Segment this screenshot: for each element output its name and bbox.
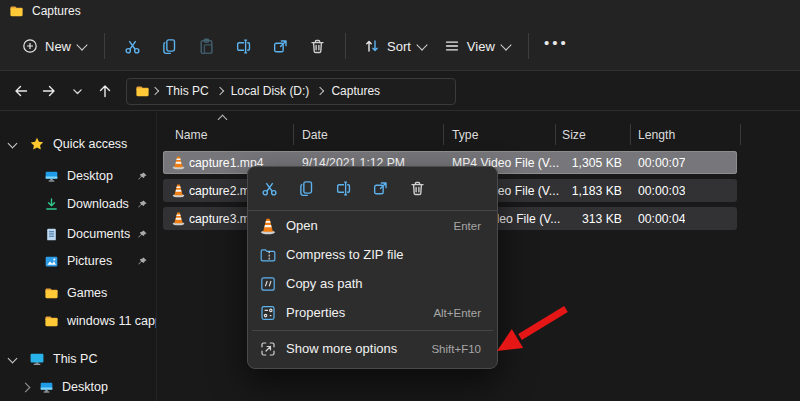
title-bar: Captures [0, 0, 800, 22]
menu-item-compress-to-zip[interactable]: Compress to ZIP file [251, 240, 494, 269]
delete-button[interactable] [299, 29, 336, 63]
context-menu-quick-actions [248, 167, 497, 210]
sidebar-item-this-pc[interactable]: This PC [0, 346, 157, 372]
chevron-down-icon [71, 85, 84, 98]
sidebar-item-label: Games [67, 286, 107, 300]
menu-item-copy-as-path[interactable]: Copy as path [251, 269, 494, 298]
menu-item-properties[interactable]: Properties Alt+Enter [251, 298, 494, 327]
address-bar: This PC Local Disk (D:) Captures [0, 72, 800, 111]
sidebar-item-label: Pictures [67, 254, 112, 268]
column-separator[interactable] [293, 124, 294, 145]
sidebar-item-downloads[interactable]: Downloads [0, 191, 157, 217]
sidebar-item-pictures[interactable]: Pictures [0, 248, 157, 274]
breadcrumb-captures[interactable]: Captures [325, 84, 386, 98]
new-button-label: New [45, 39, 71, 54]
properties-icon [259, 304, 277, 322]
menu-item-open[interactable]: Open Enter [251, 211, 494, 240]
pin-icon [137, 229, 148, 240]
more-options-button[interactable]: ••• [538, 29, 575, 63]
sidebar-item-windows-11-captures[interactable]: windows 11 capptu [0, 308, 157, 334]
menu-item-label: Properties [286, 305, 345, 320]
column-separator[interactable] [443, 124, 444, 145]
forward-button[interactable] [35, 77, 63, 105]
copy-path-icon [259, 275, 277, 293]
toolbar-separator [528, 33, 529, 59]
recent-locations-button[interactable] [63, 77, 91, 105]
navigation-pane: Quick access Desktop Downloads Documents… [0, 112, 157, 401]
view-button[interactable]: View [435, 29, 519, 63]
file-size: 1,305 KB [493, 151, 622, 174]
column-header-date[interactable]: Date [302, 122, 328, 148]
paste-button[interactable] [188, 29, 225, 63]
monitor-icon [29, 351, 45, 367]
menu-item-shortcut: Shift+F10 [431, 343, 481, 355]
copy-icon [161, 38, 178, 55]
sidebar-item-games[interactable]: Games [0, 280, 157, 306]
delete-button[interactable] [404, 176, 430, 202]
menu-item-show-more-options[interactable]: Show more options Shift+F10 [251, 334, 494, 363]
address-box[interactable]: This PC Local Disk (D:) Captures [126, 78, 456, 105]
sidebar-item-label: Desktop [62, 380, 108, 394]
arrow-left-icon [13, 83, 29, 99]
file-length: 00:00:03 [638, 179, 685, 202]
sidebar-item-quick-access[interactable]: Quick access [0, 131, 157, 157]
rename-button[interactable] [330, 176, 356, 202]
sidebar-item-desktop[interactable]: Desktop [0, 163, 157, 189]
file-length: 00:00:04 [638, 207, 685, 230]
download-arrow-icon [44, 197, 59, 212]
star-icon [29, 136, 45, 152]
sidebar-item-label: Desktop [67, 169, 113, 183]
menu-item-shortcut: Alt+Enter [433, 307, 481, 319]
column-separator[interactable] [740, 124, 741, 145]
arrow-up-icon [97, 83, 113, 99]
sidebar-item-documents[interactable]: Documents [0, 221, 157, 247]
vlc-cone-icon [171, 155, 186, 170]
column-separator[interactable] [555, 124, 556, 145]
context-menu: Open Enter Compress to ZIP file Copy as … [247, 166, 498, 369]
toolbar-separator [104, 33, 105, 59]
chevron-down-icon [500, 39, 511, 50]
share-button[interactable] [367, 176, 393, 202]
column-header-type[interactable]: Type [452, 122, 478, 148]
breadcrumb-chevron-icon [316, 87, 324, 95]
menu-item-shortcut: Enter [454, 220, 482, 232]
sidebar-item-label: Quick access [53, 137, 127, 151]
folder-icon [44, 286, 59, 301]
sort-button[interactable]: Sort [355, 29, 435, 63]
vlc-cone-icon [259, 217, 277, 235]
sidebar-item-label: This PC [53, 352, 97, 366]
zip-folder-icon [259, 246, 277, 264]
cut-button[interactable] [114, 29, 151, 63]
cut-button[interactable] [256, 176, 282, 202]
breadcrumb-this-pc[interactable]: This PC [160, 84, 215, 98]
file-size: 1,183 KB [493, 179, 622, 202]
arrow-right-icon [41, 83, 57, 99]
copy-button[interactable] [293, 176, 319, 202]
breadcrumb-local-disk-d[interactable]: Local Disk (D:) [225, 84, 316, 98]
vlc-cone-icon [171, 183, 186, 198]
new-button[interactable]: New [13, 29, 95, 63]
view-lines-icon [444, 38, 460, 54]
column-header-name[interactable]: Name [175, 122, 208, 148]
menu-divider [252, 330, 493, 331]
sort-arrows-icon [364, 38, 380, 54]
rename-button[interactable] [225, 29, 262, 63]
open-external-icon [259, 340, 277, 358]
column-header-length[interactable]: Length [638, 122, 675, 148]
sidebar-item-this-pc-desktop[interactable]: Desktop [0, 374, 157, 400]
sidebar-item-label: Downloads [67, 197, 129, 211]
folder-icon [135, 84, 150, 99]
menu-item-label: Copy as path [286, 276, 363, 291]
desktop-icon [39, 380, 54, 395]
sort-button-label: Sort [387, 39, 411, 54]
column-separator[interactable] [630, 124, 631, 145]
back-button[interactable] [7, 77, 35, 105]
menu-item-label: Compress to ZIP file [286, 247, 404, 262]
command-bar: New Sort View [0, 22, 800, 71]
copy-button[interactable] [151, 29, 188, 63]
column-header-size[interactable]: Size [562, 122, 586, 148]
pin-icon [137, 171, 148, 182]
up-button[interactable] [91, 77, 119, 105]
file-length: 00:00:07 [638, 151, 685, 174]
share-button[interactable] [262, 29, 299, 63]
